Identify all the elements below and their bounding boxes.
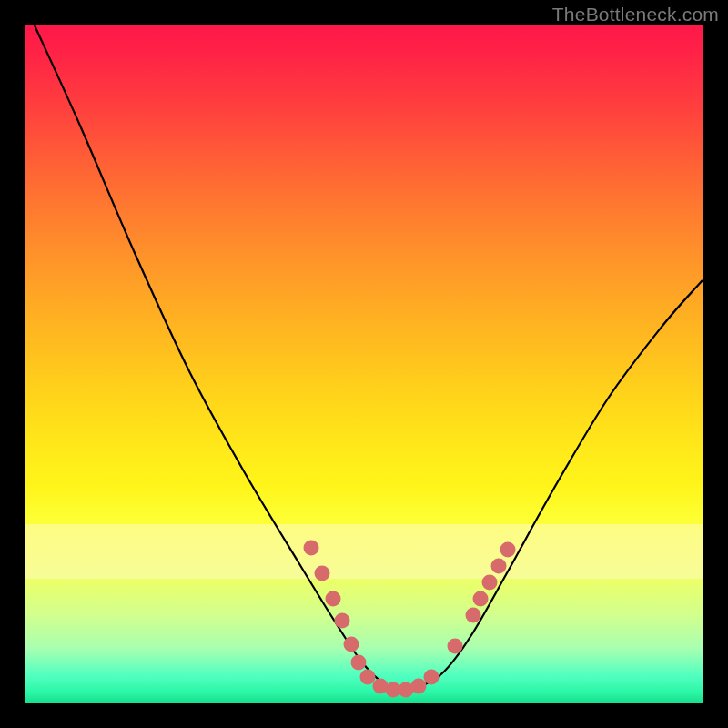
watermark-text: TheBottleneck.com (552, 4, 719, 25)
bottleneck-curve (35, 25, 703, 690)
highlight-dot (491, 559, 507, 574)
highlight-dot (351, 655, 367, 671)
highlight-dot (326, 592, 341, 607)
highlight-dot (335, 613, 350, 629)
highlight-dot (360, 670, 376, 685)
highlight-dot (424, 670, 440, 685)
highlight-dot (466, 608, 481, 623)
highlight-dot (411, 679, 427, 694)
highlight-dot (304, 541, 319, 556)
chart-frame: TheBottleneck.com (0, 0, 728, 728)
highlight-dots-group (304, 541, 516, 698)
curve-layer (25, 25, 703, 703)
highlight-dot (448, 639, 463, 654)
highlight-dot (473, 592, 489, 607)
highlight-dot (500, 542, 516, 558)
highlight-dot (344, 637, 359, 652)
highlight-dot (315, 566, 330, 581)
highlight-dot (482, 575, 498, 591)
